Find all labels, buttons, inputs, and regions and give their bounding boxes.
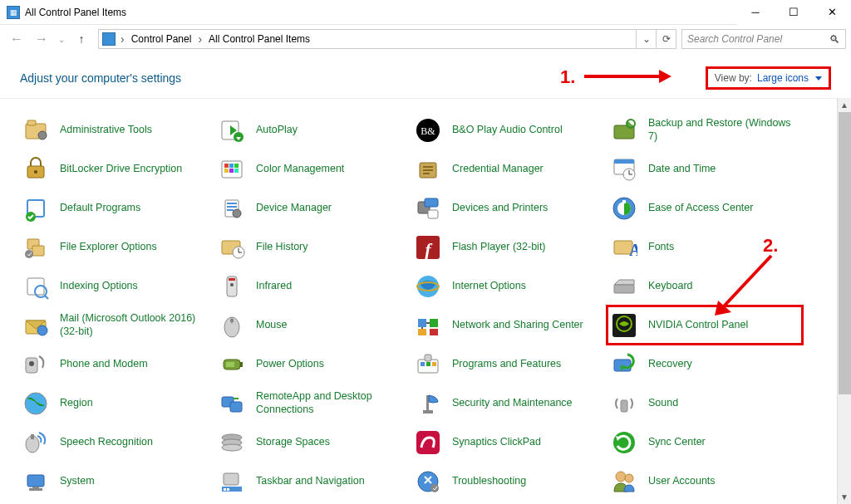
item-label[interactable]: Region (60, 397, 93, 410)
item-label[interactable]: Flash Player (32-bit) (452, 241, 546, 254)
cp-item-color-management[interactable]: Color Management (214, 149, 411, 188)
cp-item-indexing-options[interactable]: Indexing Options (18, 267, 214, 306)
cp-item-bitlocker-drive-encryption[interactable]: BitLocker Drive Encryption (18, 149, 214, 188)
item-label[interactable]: Administrative Tools (60, 124, 152, 137)
item-label[interactable]: Devices and Printers (452, 202, 548, 215)
search-box[interactable]: 🔍︎ (681, 29, 846, 49)
item-label[interactable]: Speech Recognition (60, 436, 153, 449)
item-label[interactable]: Default Programs (60, 202, 140, 215)
cp-item-power-options[interactable]: Power Options (214, 345, 411, 384)
item-label[interactable]: Sound (648, 397, 678, 410)
maximize-button[interactable]: ☐ (775, 0, 813, 25)
cp-item-network-and-sharing-center[interactable]: Network and Sharing Center (411, 306, 607, 345)
item-label[interactable]: Color Management (256, 163, 344, 176)
item-label[interactable]: Troubleshooting (452, 475, 526, 488)
up-button[interactable]: ↑ (71, 28, 91, 50)
cp-item-phone-and-modem[interactable]: Phone and Modem (18, 345, 214, 384)
minimize-button[interactable]: ─ (736, 0, 775, 25)
scroll-thumb[interactable] (839, 112, 851, 394)
item-label[interactable]: Ease of Access Center (648, 202, 753, 215)
cp-item-b-o-play-audio-control[interactable]: B&B&O Play Audio Control (411, 110, 607, 149)
item-label[interactable]: Credential Manager (452, 163, 544, 176)
refresh-button[interactable]: ⟳ (656, 30, 676, 48)
cp-item-file-history[interactable]: File History (214, 228, 411, 267)
cp-item-flash-player-32-bit[interactable]: fFlash Player (32-bit) (411, 228, 607, 267)
cp-item-fonts[interactable]: AFonts (607, 228, 803, 267)
item-label[interactable]: File Explorer Options (60, 241, 157, 254)
cp-item-programs-and-features[interactable]: Programs and Features (411, 345, 607, 384)
cp-item-keyboard[interactable]: Keyboard (607, 267, 803, 306)
recent-dropdown[interactable]: ⌄ (55, 28, 68, 50)
view-by-selector[interactable]: View by: Large icons (706, 66, 831, 90)
item-label[interactable]: Date and Time (648, 163, 716, 176)
item-label[interactable]: Device Manager (256, 202, 332, 215)
address-dropdown[interactable]: ⌄ (636, 30, 656, 48)
cp-item-recovery[interactable]: Recovery (607, 345, 803, 384)
item-label[interactable]: Synaptics ClickPad (452, 436, 541, 449)
item-label[interactable]: Programs and Features (452, 358, 561, 371)
vertical-scrollbar[interactable]: ▲ ▼ (837, 98, 851, 504)
item-label[interactable]: Sync Center (648, 436, 706, 449)
cp-item-file-explorer-options[interactable]: File Explorer Options (18, 228, 214, 267)
item-label[interactable]: Internet Options (452, 280, 526, 293)
search-input[interactable] (687, 33, 840, 45)
item-label[interactable]: Infrared (256, 280, 292, 293)
cp-item-administrative-tools[interactable]: Administrative Tools (18, 110, 214, 149)
cp-item-backup-and-restore-windows-7[interactable]: Backup and Restore (Windows 7) (607, 110, 803, 149)
cp-item-infrared[interactable]: Infrared (214, 267, 411, 306)
cp-item-system[interactable]: System (18, 462, 214, 501)
item-label[interactable]: AutoPlay (256, 124, 298, 137)
breadcrumb-root[interactable]: Control Panel (130, 33, 194, 45)
cp-item-device-manager[interactable]: Device Manager (214, 188, 411, 228)
cp-item-mail-microsoft-outlook-2016-32-bit[interactable]: Mail (Microsoft Outlook 2016) (32-bit) (18, 306, 214, 345)
item-label[interactable]: Backup and Restore (Windows 7) (648, 117, 799, 143)
close-button[interactable]: ✕ (813, 0, 851, 25)
cp-item-synaptics-clickpad[interactable]: Synaptics ClickPad (411, 423, 607, 462)
item-label[interactable]: Recovery (648, 358, 692, 371)
item-label[interactable]: Security and Maintenance (452, 397, 573, 410)
item-label[interactable]: Network and Sharing Center (452, 319, 583, 332)
item-label[interactable]: User Accounts (648, 475, 716, 488)
cp-item-autoplay[interactable]: AutoPlay (214, 110, 411, 149)
view-by-value[interactable]: Large icons (757, 72, 809, 84)
item-label[interactable]: NVIDIA Control Panel (648, 319, 748, 332)
item-label[interactable]: Keyboard (648, 280, 693, 293)
cp-item-mouse[interactable]: Mouse (214, 306, 411, 345)
cp-item-nvidia-control-panel[interactable]: NVIDIA Control Panel (607, 306, 803, 345)
item-label[interactable]: RemoteApp and Desktop Connections (256, 390, 407, 416)
cp-item-speech-recognition[interactable]: Speech Recognition (18, 423, 214, 462)
forward-button[interactable]: → (30, 28, 53, 50)
cp-item-default-programs[interactable]: Default Programs (18, 188, 214, 228)
scroll-up-arrow[interactable]: ▲ (838, 98, 851, 112)
item-label[interactable]: B&O Play Audio Control (452, 124, 563, 137)
item-label[interactable]: Storage Spaces (256, 436, 330, 449)
cp-item-remoteapp-and-desktop-connections[interactable]: RemoteApp and Desktop Connections (214, 384, 411, 423)
cp-item-region[interactable]: Region (18, 384, 214, 423)
cp-item-storage-spaces[interactable]: Storage Spaces (214, 423, 411, 462)
breadcrumb-current[interactable]: All Control Panel Items (207, 33, 312, 45)
cp-item-security-and-maintenance[interactable]: Security and Maintenance (411, 384, 607, 423)
item-label[interactable]: BitLocker Drive Encryption (60, 163, 182, 176)
cp-item-credential-manager[interactable]: Credential Manager (411, 149, 607, 188)
cp-item-troubleshooting[interactable]: Troubleshooting (411, 462, 607, 501)
item-label[interactable]: Power Options (256, 358, 324, 371)
cp-item-ease-of-access-center[interactable]: Ease of Access Center (607, 188, 803, 228)
item-label[interactable]: Indexing Options (60, 280, 138, 293)
item-label[interactable]: File History (256, 241, 308, 254)
address-bar[interactable]: Control Panel All Control Panel Items ⌄ … (98, 29, 676, 49)
item-label[interactable]: System (60, 475, 95, 488)
item-label[interactable]: Phone and Modem (60, 358, 148, 371)
cp-item-sync-center[interactable]: Sync Center (607, 423, 803, 462)
item-label[interactable]: Mail (Microsoft Outlook 2016) (32-bit) (60, 312, 211, 338)
cp-item-date-and-time[interactable]: Date and Time (607, 149, 803, 188)
cp-item-sound[interactable]: Sound (607, 384, 803, 423)
item-label[interactable]: Taskbar and Navigation (256, 475, 365, 488)
scroll-down-arrow[interactable]: ▼ (838, 490, 851, 504)
item-label[interactable]: Fonts (648, 241, 674, 254)
cp-item-taskbar-and-navigation[interactable]: Taskbar and Navigation (214, 462, 411, 501)
cp-item-devices-and-printers[interactable]: Devices and Printers (411, 188, 607, 228)
cp-item-internet-options[interactable]: Internet Options (411, 267, 607, 306)
cp-item-user-accounts[interactable]: User Accounts (607, 462, 803, 501)
back-button[interactable]: ← (5, 28, 28, 50)
item-label[interactable]: Mouse (256, 319, 288, 332)
